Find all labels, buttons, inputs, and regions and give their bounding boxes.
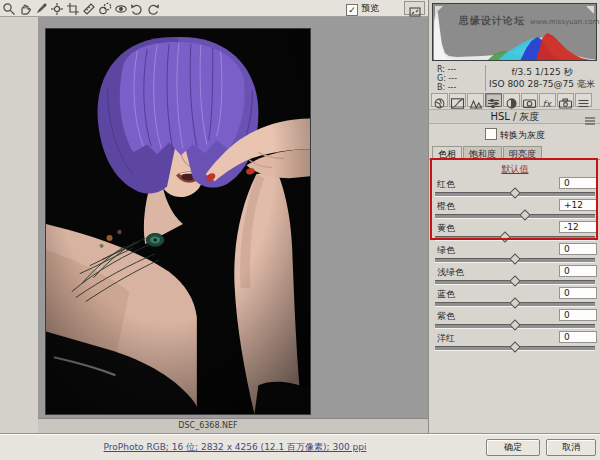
- toolbar: ✓ 预览: [0, 0, 428, 17]
- hsl-slider-thumb-magenta[interactable]: [509, 341, 520, 352]
- preview-toggle[interactable]: ✓ 预览: [346, 2, 379, 15]
- tab-luminance[interactable]: 明亮度: [503, 146, 542, 159]
- panel-title: HSL / 灰度: [429, 109, 600, 124]
- hsl-slider-thumb-orange[interactable]: [519, 209, 530, 220]
- shadow-clipping-indicator[interactable]: [435, 6, 443, 14]
- preview-checkbox[interactable]: ✓: [346, 4, 358, 16]
- hsl-slider-row-orange: 橙色+12: [429, 199, 600, 221]
- watermark-url: www.missyuan.com: [530, 18, 599, 26]
- convert-grayscale-checkbox[interactable]: [485, 128, 497, 140]
- hsl-slider-label-magenta: 洋红: [437, 332, 455, 345]
- workflow-options-row: ProPhoto RGB; 16 位; 2832 x 4256 (12.1 百万…: [70, 441, 400, 454]
- detail-tab[interactable]: [467, 93, 484, 107]
- tab-hue[interactable]: 色相: [432, 146, 462, 160]
- hsl-slider-value-blue[interactable]: 0: [559, 287, 597, 299]
- hsl-slider-label-blue: 蓝色: [437, 288, 455, 301]
- split-toning-tab[interactable]: [503, 93, 520, 107]
- lens-corrections-tab[interactable]: [521, 93, 538, 107]
- camera-calibration-tab[interactable]: [557, 93, 574, 107]
- hsl-slider-label-orange: 橙色: [437, 200, 455, 213]
- exposure-line-2: ISO 800 28-75@75 毫米: [487, 78, 597, 90]
- red-eye-removal-icon[interactable]: [114, 1, 128, 15]
- g-label: G:: [437, 74, 446, 83]
- tab-saturation[interactable]: 饱和度: [463, 146, 502, 159]
- tool-tab-strip: fx: [431, 93, 593, 108]
- hsl-slider-value-yellow[interactable]: -12: [559, 221, 597, 233]
- hsl-slider-track-purple[interactable]: [435, 324, 595, 329]
- rotate-right-icon[interactable]: [146, 1, 160, 15]
- b-value: ---: [448, 83, 457, 92]
- hsl-slider-value-magenta[interactable]: 0: [559, 331, 597, 343]
- filename-bar: DSC_6368.NEF: [38, 418, 428, 433]
- photo-artwork: [46, 29, 310, 414]
- hsl-slider-value-orange[interactable]: +12: [559, 199, 597, 211]
- hsl-slider-row-blue: 蓝色0: [429, 287, 600, 309]
- spot-removal-icon[interactable]: [98, 1, 112, 15]
- hsl-grayscale-tab[interactable]: [485, 93, 502, 107]
- rotate-left-icon[interactable]: [130, 1, 144, 15]
- zoom-tool-icon[interactable]: [2, 1, 16, 15]
- straighten-tool-icon[interactable]: [82, 1, 96, 15]
- bottom-bar: ProPhoto RGB; 16 位; 2832 x 4256 (12.1 百万…: [0, 433, 600, 460]
- hsl-slider-label-purple: 紫色: [437, 310, 455, 323]
- workflow-options-link[interactable]: ProPhoto RGB; 16 位; 2832 x 4256 (12.1 百万…: [104, 442, 367, 452]
- hsl-slider-thumb-blue[interactable]: [509, 297, 520, 308]
- ok-button[interactable]: 确定: [486, 439, 540, 456]
- basic-panel-tab[interactable]: [431, 93, 448, 107]
- hsl-slider-track-yellow[interactable]: [435, 236, 595, 241]
- white-balance-eyedropper-icon[interactable]: [34, 1, 48, 15]
- tab-divider: [429, 159, 600, 160]
- b-label: B:: [437, 83, 445, 92]
- presets-tab[interactable]: [575, 93, 592, 107]
- svg-text:fx: fx: [543, 99, 553, 109]
- hsl-slider-track-orange[interactable]: [435, 214, 595, 219]
- adjustments-panel: 思缘设计论坛 www.missyuan.com R: --- G: --- B:…: [428, 0, 600, 433]
- panel-menu-icon: [584, 116, 596, 126]
- hsl-slider-track-green[interactable]: [435, 258, 595, 263]
- hsl-slider-thumb-green[interactable]: [509, 253, 520, 264]
- hsl-slider-row-green: 绿色0: [429, 243, 600, 265]
- effects-tab[interactable]: fx: [539, 93, 556, 107]
- hsl-slider-thumb-purple[interactable]: [509, 319, 520, 330]
- histogram-panel: 思缘设计论坛 www.missyuan.com: [432, 3, 597, 61]
- convert-grayscale-row[interactable]: 转换为灰度: [429, 128, 600, 141]
- convert-grayscale-label: 转换为灰度: [500, 130, 545, 140]
- hsl-slider-track-red[interactable]: [435, 192, 595, 197]
- hsl-slider-value-purple[interactable]: 0: [559, 309, 597, 321]
- panel-menu-button[interactable]: [584, 111, 596, 121]
- r-value: ---: [448, 65, 457, 74]
- hsl-slider-row-magenta: 洋红0: [429, 331, 600, 353]
- hsl-slider-thumb-aqua[interactable]: [509, 275, 520, 286]
- image-filename: DSC_6368.NEF: [38, 419, 378, 433]
- camera-raw-dialog: ✓ 预览: [0, 0, 600, 460]
- default-values-link[interactable]: 默认值: [502, 164, 529, 174]
- exposure-line-1: f/3.5 1/125 秒: [487, 66, 597, 78]
- hsl-slider-row-red: 红色0: [429, 177, 600, 199]
- color-sampler-icon[interactable]: [50, 1, 64, 15]
- tone-curve-tab[interactable]: [449, 93, 466, 107]
- hsl-slider-row-yellow: 黄色-12: [429, 221, 600, 243]
- fullscreen-toggle-button[interactable]: [404, 1, 425, 15]
- hsl-slider-value-green[interactable]: 0: [559, 243, 597, 255]
- hsl-slider-thumb-yellow[interactable]: [500, 231, 511, 242]
- watermark: 思缘设计论坛 www.missyuan.com: [459, 9, 597, 28]
- preview-label: 预览: [361, 3, 379, 13]
- cancel-button[interactable]: 取消: [546, 439, 596, 456]
- hand-tool-icon[interactable]: [18, 1, 32, 15]
- default-link-row: 默认值: [429, 163, 600, 176]
- hsl-slider-row-purple: 紫色0: [429, 309, 600, 331]
- hsl-slider-track-aqua[interactable]: [435, 280, 595, 285]
- hsl-slider-label-red: 红色: [437, 178, 455, 191]
- hsl-slider-track-magenta[interactable]: [435, 346, 595, 351]
- watermark-title: 思缘设计论坛: [459, 15, 525, 26]
- hsl-slider-thumb-red[interactable]: [509, 187, 520, 198]
- rgb-readout: R: --- G: --- B: --- f/3.5 1/125 秒 ISO 8…: [429, 64, 600, 92]
- g-value: ---: [448, 74, 457, 83]
- crop-tool-icon[interactable]: [66, 1, 80, 15]
- hsl-slider-value-aqua[interactable]: 0: [559, 265, 597, 277]
- preview-image[interactable]: [45, 28, 311, 415]
- r-label: R:: [437, 65, 445, 74]
- hsl-slider-value-red[interactable]: 0: [559, 177, 597, 189]
- hsl-slider-label-green: 绿色: [437, 244, 455, 257]
- hsl-slider-track-blue[interactable]: [435, 302, 595, 307]
